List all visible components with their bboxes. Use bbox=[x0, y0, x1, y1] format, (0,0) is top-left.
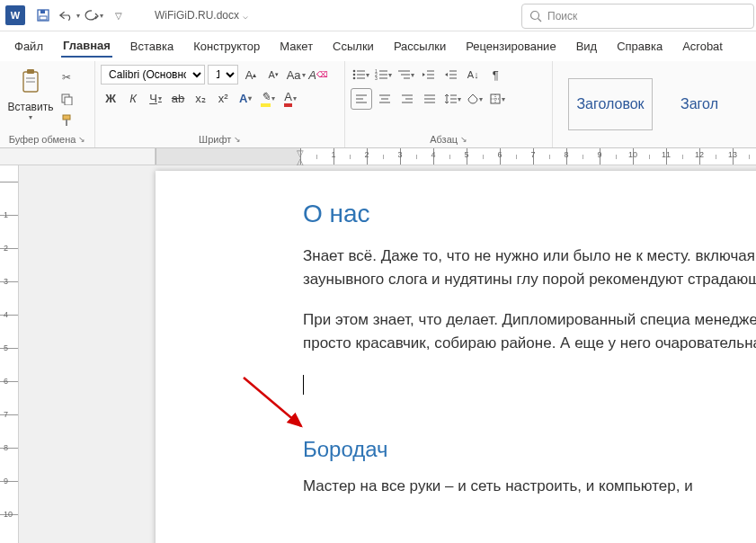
change-case-icon[interactable]: Aa▾ bbox=[286, 65, 306, 85]
heading-2[interactable]: Бородач bbox=[303, 437, 756, 462]
tab-home[interactable]: Главная bbox=[61, 35, 112, 58]
style-heading[interactable]: Заголовок bbox=[568, 78, 653, 130]
svg-rect-2 bbox=[40, 16, 47, 20]
underline-button[interactable]: Ч▾ bbox=[146, 88, 165, 108]
font-name-select[interactable]: Calibri (Основной bbox=[101, 65, 205, 85]
search-placeholder: Поиск bbox=[547, 10, 577, 22]
tab-references[interactable]: Ссылки bbox=[331, 36, 376, 57]
show-marks-icon[interactable]: ¶ bbox=[485, 65, 505, 85]
font-launcher-icon[interactable]: ↘ bbox=[234, 135, 241, 144]
font-color-icon[interactable]: A▾ bbox=[280, 88, 300, 108]
search-icon bbox=[529, 10, 542, 22]
paragraph-text[interactable]: Знает всё. Даже то, что не нужно или был… bbox=[303, 245, 756, 292]
qat-customize-icon[interactable]: ▽ bbox=[107, 4, 130, 27]
shading-icon[interactable]: ▾ bbox=[465, 89, 485, 109]
svg-rect-1 bbox=[40, 10, 45, 13]
subscript-button[interactable]: x₂ bbox=[191, 88, 210, 108]
highlight-icon[interactable]: ✎▾ bbox=[258, 88, 278, 108]
superscript-button[interactable]: x² bbox=[213, 88, 233, 108]
strike-button[interactable]: ab bbox=[168, 88, 188, 108]
borders-icon[interactable]: ▾ bbox=[487, 89, 507, 109]
bullets-icon[interactable]: ▾ bbox=[351, 65, 370, 85]
workspace: 12345678910 О нас Знает всё. Даже то, чт… bbox=[0, 165, 756, 543]
align-right-icon[interactable] bbox=[397, 89, 417, 109]
group-clipboard: Вставить ▾ ✂ Буфер обмена↘ bbox=[0, 61, 95, 147]
increase-indent-icon[interactable] bbox=[440, 65, 460, 85]
copy-icon[interactable] bbox=[58, 90, 76, 108]
search-input[interactable]: Поиск bbox=[521, 4, 754, 29]
increase-font-icon[interactable]: A▴ bbox=[241, 65, 261, 85]
tab-help[interactable]: Справка bbox=[615, 36, 664, 57]
svg-point-17 bbox=[352, 77, 355, 80]
undo-icon[interactable]: ▾ bbox=[57, 4, 80, 27]
tab-design[interactable]: Конструктор bbox=[191, 36, 262, 57]
tab-insert[interactable]: Вставка bbox=[129, 36, 175, 57]
svg-point-13 bbox=[352, 70, 355, 73]
redo-icon[interactable]: ▾ bbox=[82, 4, 105, 27]
svg-line-4 bbox=[538, 19, 542, 22]
paragraph-launcher-icon[interactable]: ↘ bbox=[460, 135, 467, 144]
align-center-icon[interactable] bbox=[375, 89, 395, 109]
tab-layout[interactable]: Макет bbox=[278, 36, 315, 57]
numbering-icon[interactable]: 123▾ bbox=[373, 65, 393, 85]
cut-icon[interactable]: ✂ bbox=[58, 68, 76, 86]
svg-rect-10 bbox=[65, 97, 72, 105]
multilevel-icon[interactable]: ▾ bbox=[396, 65, 415, 85]
bold-button[interactable]: Ж bbox=[101, 88, 120, 108]
tab-acrobat[interactable]: Acrobat bbox=[680, 36, 725, 57]
svg-text:3: 3 bbox=[375, 76, 378, 80]
svg-point-15 bbox=[352, 74, 355, 76]
font-size-select[interactable]: 11 bbox=[208, 65, 238, 85]
clear-format-icon[interactable]: A⌫ bbox=[308, 65, 328, 85]
svg-rect-12 bbox=[66, 120, 67, 126]
page[interactable]: О нас Знает всё. Даже то, что не нужно и… bbox=[156, 171, 756, 543]
document-area[interactable]: О нас Знает всё. Даже то, что не нужно и… bbox=[19, 165, 756, 543]
italic-button[interactable]: К bbox=[123, 88, 143, 108]
text-cursor bbox=[303, 375, 304, 395]
svg-rect-6 bbox=[27, 69, 34, 74]
paste-button[interactable]: Вставить ▾ bbox=[5, 65, 56, 124]
group-font-label: Шрифт bbox=[199, 134, 231, 145]
document-name[interactable]: WiFiGiD.RU.docx⌵ bbox=[155, 9, 248, 22]
paste-label: Вставить bbox=[8, 101, 54, 113]
line-spacing-icon[interactable]: ▾ bbox=[442, 89, 462, 109]
text-effects-icon[interactable]: A▾ bbox=[236, 88, 255, 108]
clipboard-launcher-icon[interactable]: ↘ bbox=[78, 135, 85, 144]
ribbon: Вставить ▾ ✂ Буфер обмена↘ Calibri (Осно… bbox=[0, 61, 756, 148]
title-bar: W ▾ ▾ ▽ WiFiGiD.RU.docx⌵ Поиск bbox=[0, 0, 756, 31]
group-clipboard-label: Буфер обмена bbox=[9, 134, 76, 145]
paragraph-text[interactable]: При этом знает, что делает. Дипломирован… bbox=[303, 308, 756, 356]
svg-rect-11 bbox=[63, 115, 70, 120]
decrease-font-icon[interactable]: A▾ bbox=[263, 65, 283, 85]
svg-rect-8 bbox=[26, 81, 35, 83]
decrease-indent-icon[interactable] bbox=[418, 65, 438, 85]
sort-icon[interactable]: A↓ bbox=[463, 65, 483, 85]
tab-mailings[interactable]: Рассылки bbox=[392, 36, 448, 57]
ribbon-tabs: Файл Главная Вставка Конструктор Макет С… bbox=[0, 31, 756, 61]
horizontal-ruler[interactable]: ▽ △ 123456789101112131415161718 bbox=[0, 148, 756, 165]
svg-rect-7 bbox=[26, 77, 35, 79]
style-heading-2[interactable]: Загол bbox=[658, 79, 741, 129]
word-app-icon: W bbox=[5, 5, 25, 25]
group-font: Calibri (Основной 11 A▴ A▾ Aa▾ A⌫ Ж К Ч▾… bbox=[95, 61, 345, 147]
format-painter-icon[interactable] bbox=[58, 111, 76, 129]
tab-review[interactable]: Рецензирование bbox=[464, 36, 557, 57]
clipboard-icon bbox=[19, 68, 42, 99]
group-paragraph-label: Абзац bbox=[430, 134, 458, 145]
group-styles: Заголовок Загол bbox=[553, 61, 756, 147]
group-paragraph: ▾ 123▾ ▾ A↓ ¶ ▾ ▾ ▾ Абзац↘ bbox=[345, 61, 553, 147]
tab-view[interactable]: Вид bbox=[574, 36, 600, 57]
align-left-icon[interactable] bbox=[351, 88, 372, 110]
vertical-ruler[interactable]: 12345678910 bbox=[0, 165, 19, 543]
heading-1[interactable]: О нас bbox=[303, 200, 756, 228]
save-icon[interactable] bbox=[31, 4, 55, 27]
align-justify-icon[interactable] bbox=[420, 89, 440, 109]
svg-point-3 bbox=[531, 12, 539, 20]
paragraph-text[interactable]: Мастер на все руки – и сеть настроить, и… bbox=[303, 475, 756, 498]
tab-file[interactable]: Файл bbox=[13, 36, 45, 57]
